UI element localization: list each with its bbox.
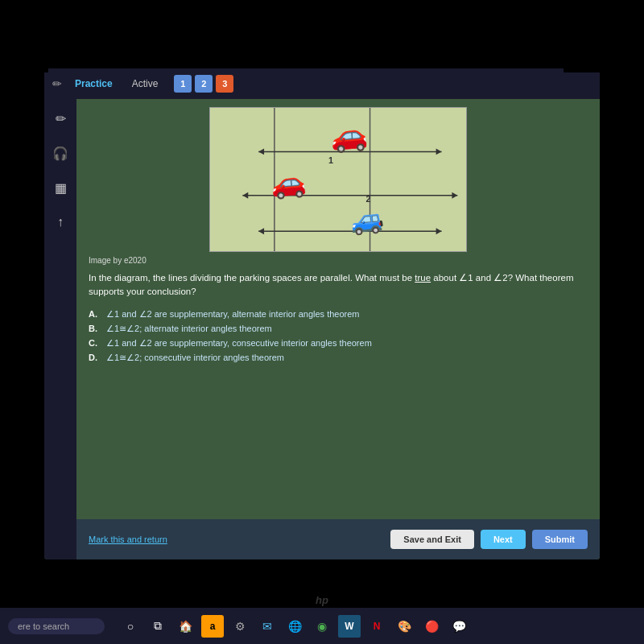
action-buttons: Save and Exit Next Submit [390, 530, 588, 549]
arrow-up-icon[interactable]: ↑ [49, 211, 72, 233]
taskbar-amazon-icon[interactable]: a [201, 615, 224, 638]
taskbar-teams-icon[interactable]: 🎨 [393, 615, 415, 638]
answer-d[interactable]: D. ∠1≅∠2; consecutive interior angles th… [89, 353, 588, 363]
answer-c-text: ∠1 and ∠2 are supplementary, consecutive… [106, 338, 372, 349]
question-text-part1: In the diagram, the lines dividing the p… [89, 273, 415, 283]
taskbar-multitask-icon[interactable]: ⧉ [147, 615, 169, 638]
answer-d-text: ∠1≅∠2; consecutive interior angles theor… [106, 353, 284, 363]
taskbar-search-icon[interactable]: ○ [119, 615, 142, 638]
taskbar-search[interactable]: ere to search [8, 618, 105, 634]
diagram-area: 1 2 🚗 🚗 🚙 [209, 107, 467, 252]
taskbar-mail-icon[interactable]: ✉ [256, 615, 279, 638]
taskbar-icons: ○ ⧉ 🏠 a ⚙ ✉ 🌐 ◉ W N 🎨 🔴 💬 [119, 615, 470, 638]
svg-text:🚗: 🚗 [328, 116, 369, 155]
taskbar: ere to search ○ ⧉ 🏠 a ⚙ ✉ 🌐 ◉ W N 🎨 🔴 💬 [0, 608, 644, 644]
question-num-2[interactable]: 2 [195, 75, 213, 93]
calculator-icon[interactable]: ▦ [49, 176, 72, 199]
mark-return-link[interactable]: Mark this and return [89, 535, 167, 544]
question-text: In the diagram, the lines dividing the p… [89, 271, 588, 299]
answer-b-text: ∠1≅∠2; alternate interior angles theorem [106, 324, 272, 334]
headphones-icon[interactable]: 🎧 [49, 142, 72, 164]
svg-text:2: 2 [366, 194, 371, 204]
screen: ✏ Practice Active 1 2 3 ✏ 🎧 ▦ ↑ [44, 68, 600, 559]
search-text: ere to search [18, 621, 69, 631]
hp-logo: hp [316, 594, 328, 606]
save-exit-button[interactable]: Save and Exit [390, 530, 474, 549]
taskbar-red-icon[interactable]: 🔴 [420, 615, 443, 638]
taskbar-settings-icon[interactable]: ⚙ [229, 615, 251, 638]
pencil-icon[interactable]: ✏ [52, 77, 62, 90]
question-num-1[interactable]: 1 [174, 75, 192, 93]
question-underline: true [415, 273, 431, 283]
svg-text:🚗: 🚗 [269, 164, 308, 201]
question-numbers: 1 2 3 [174, 75, 233, 93]
main-content: 1 2 🚗 🚗 🚙 Image by e2020 In the diagram,… [76, 99, 600, 559]
question-num-3[interactable]: 3 [216, 75, 233, 93]
taskbar-netflix-icon[interactable]: N [365, 615, 388, 638]
answer-a[interactable]: A. ∠1 and ∠2 are supplementary, alternat… [89, 309, 588, 320]
submit-button[interactable]: Submit [532, 530, 588, 549]
top-bar: ✏ Practice Active 1 2 3 [44, 68, 600, 99]
pencil-sidebar-icon[interactable]: ✏ [49, 107, 72, 130]
bottom-bar: Mark this and return Save and Exit Next … [76, 519, 600, 559]
answer-c-letter: C. [89, 338, 101, 348]
image-credit: Image by e2020 [89, 256, 588, 265]
taskbar-store-icon[interactable]: 🏠 [174, 615, 196, 638]
answer-c[interactable]: C. ∠1 and ∠2 are supplementary, consecut… [89, 338, 588, 349]
svg-text:1: 1 [328, 155, 333, 165]
next-button[interactable]: Next [481, 530, 526, 549]
answer-b[interactable]: B. ∠1≅∠2; alternate interior angles theo… [89, 324, 588, 334]
taskbar-chrome-icon[interactable]: ◉ [311, 615, 333, 638]
tab-active: Active [126, 75, 165, 93]
taskbar-word-icon[interactable]: W [338, 615, 361, 638]
answer-a-text: ∠1 and ∠2 are supplementary, alternate i… [106, 309, 360, 320]
svg-text:🚙: 🚙 [349, 201, 385, 237]
left-sidebar: ✏ 🎧 ▦ ↑ [44, 99, 76, 559]
taskbar-browser-icon[interactable]: 🌐 [283, 615, 306, 638]
answer-d-letter: D. [89, 353, 101, 362]
answer-b-letter: B. [89, 324, 101, 333]
answer-choices: A. ∠1 and ∠2 are supplementary, alternat… [89, 309, 588, 363]
taskbar-chat-icon[interactable]: 💬 [448, 615, 470, 638]
answer-a-letter: A. [89, 309, 101, 319]
tab-practice[interactable]: Practice [68, 75, 119, 93]
